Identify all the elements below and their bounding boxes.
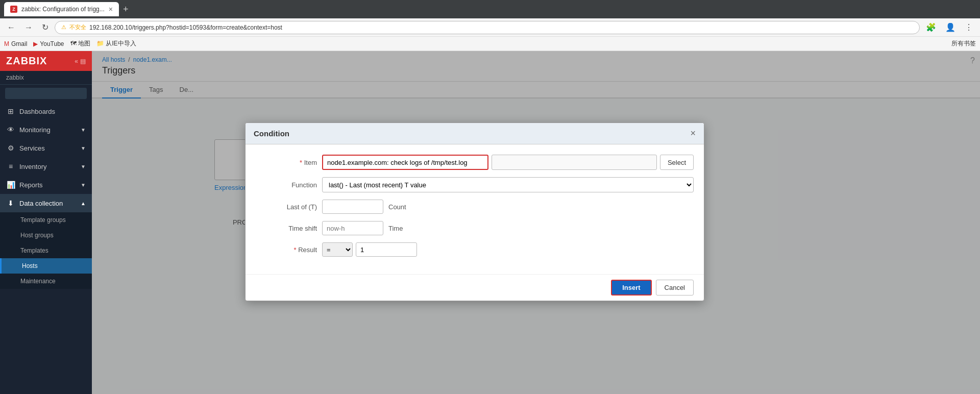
- dashboards-icon: ⊞: [6, 107, 15, 115]
- function-select[interactable]: last() - Last (most recent) T value avg(…: [322, 177, 694, 192]
- time-shift-label: Time shift: [256, 225, 317, 232]
- sidebar: ZABBIX « ▤ zabbix ⊞ Dashboards 👁 Monitor…: [0, 51, 92, 394]
- sidebar-item-template-groups[interactable]: Template groups: [0, 212, 92, 228]
- data-collection-icon: ⬇: [6, 199, 15, 207]
- sidebar-logo: ZABBIX « ▤: [0, 51, 92, 71]
- sidebar-nav: ⊞ Dashboards 👁 Monitoring ▼ ⚙ Services ▼…: [0, 102, 92, 394]
- address-prefix: 不安全: [69, 23, 86, 31]
- logo-text: ZABBIX: [6, 55, 47, 67]
- monitoring-icon: 👁: [6, 126, 15, 134]
- last-of-t-input[interactable]: [322, 200, 383, 214]
- sidebar-item-label: Data collection: [19, 200, 63, 207]
- gmail-icon: M: [4, 40, 9, 47]
- modal-footer: Insert Cancel: [246, 274, 704, 301]
- back-btn[interactable]: ←: [4, 22, 18, 33]
- sidebar-item-label: Reports: [19, 181, 43, 189]
- reports-icon: 📊: [6, 181, 15, 189]
- modal-header: Condition ×: [246, 123, 704, 144]
- forward-btn[interactable]: →: [21, 22, 36, 33]
- security-icon: ⚠: [61, 24, 66, 31]
- result-value-input[interactable]: [356, 242, 417, 257]
- time-shift-input[interactable]: [322, 221, 383, 235]
- browser-toolbar: ← → ↻ ⚠ 不安全 192.168.200.10/triggers.php?…: [0, 18, 980, 37]
- sidebar-search-wrap: [0, 85, 92, 102]
- sidebar-item-label: Services: [19, 144, 45, 152]
- modal-close-btn[interactable]: ×: [690, 128, 696, 139]
- condition-modal: Condition × Item Select Function: [245, 122, 704, 301]
- function-row: Function last() - Last (most recent) T v…: [256, 177, 694, 192]
- sidebar-item-label: Dashboards: [19, 108, 55, 115]
- chevron-down-icon: ▼: [81, 127, 86, 133]
- services-icon: ⚙: [6, 144, 15, 152]
- sidebar-item-hosts[interactable]: Hosts: [0, 258, 92, 274]
- extensions-btn[interactable]: 🧩: [923, 21, 939, 33]
- result-row: Result = <> > >= < <=: [256, 242, 694, 257]
- sidebar-item-host-groups[interactable]: Host groups: [0, 228, 92, 243]
- tab-title: zabbix: Configuration of trigg...: [21, 6, 105, 13]
- sidebar-item-services[interactable]: ⚙ Services ▼: [0, 139, 92, 157]
- refresh-btn[interactable]: ↻: [39, 21, 52, 33]
- function-label: Function: [256, 181, 317, 189]
- sidebar-item-label: Inventory: [19, 163, 46, 170]
- browser-tab[interactable]: Z zabbix: Configuration of trigg... ×: [4, 2, 119, 16]
- collapse-icon: «: [75, 58, 78, 65]
- last-of-t-row: Last of (T) Count: [256, 200, 694, 214]
- time-shift-row: Time shift Time: [256, 221, 694, 235]
- tab-close-btn[interactable]: ×: [109, 5, 113, 13]
- sidebar-item-monitoring[interactable]: 👁 Monitoring ▼: [0, 120, 92, 139]
- inventory-icon: ≡: [6, 162, 15, 170]
- address-text: 192.168.200.10/triggers.php?hostid=10593…: [89, 24, 282, 31]
- sidebar-collapse-btn[interactable]: « ▤: [75, 58, 86, 65]
- menu-icon: ▤: [80, 58, 86, 65]
- bookmark-youtube[interactable]: ▶ YouTube: [33, 40, 64, 47]
- result-label: Result: [256, 246, 317, 254]
- app-layout: ZABBIX « ▤ zabbix ⊞ Dashboards 👁 Monitor…: [0, 51, 980, 394]
- bookmark-maps[interactable]: 🗺 地图: [70, 39, 90, 48]
- item-hidden-input[interactable]: [492, 155, 657, 170]
- chevron-down-icon: ▲: [81, 201, 86, 206]
- youtube-icon: ▶: [33, 40, 38, 47]
- item-label: Item: [256, 159, 317, 166]
- chevron-down-icon: ▼: [81, 145, 86, 151]
- last-of-t-label: Last of (T): [256, 203, 317, 211]
- sidebar-item-label: Monitoring: [19, 126, 51, 134]
- tab-favicon: Z: [10, 6, 17, 13]
- bookmark-ie-import[interactable]: 📁 从IE中导入: [96, 39, 136, 48]
- main-content: All hosts / node1.exam... Triggers Trigg…: [92, 51, 980, 394]
- profile-btn[interactable]: 👤: [942, 21, 959, 33]
- sidebar-item-reports[interactable]: 📊 Reports ▼: [0, 176, 92, 194]
- result-wrap: = <> > >= < <=: [322, 242, 417, 257]
- bookmark-gmail[interactable]: M Gmail: [4, 40, 27, 47]
- sidebar-item-data-collection[interactable]: ⬇ Data collection ▲: [0, 194, 92, 212]
- more-btn[interactable]: ⋮: [962, 21, 976, 33]
- count-unit: Count: [388, 203, 406, 211]
- item-input-wrap: Select: [322, 155, 694, 170]
- sidebar-item-templates[interactable]: Templates: [0, 243, 92, 258]
- sidebar-item-maintenance[interactable]: Maintenance: [0, 274, 92, 289]
- sidebar-submenu: Template groups Host groups Templates Ho…: [0, 212, 92, 289]
- result-operator-select[interactable]: = <> > >= < <=: [322, 242, 353, 257]
- insert-btn[interactable]: Insert: [611, 280, 651, 296]
- bookmarks-bar: M Gmail ▶ YouTube 🗺 地图 📁 从IE中导入 所有书签: [0, 37, 980, 51]
- sidebar-item-inventory[interactable]: ≡ Inventory ▼: [0, 157, 92, 176]
- cancel-btn[interactable]: Cancel: [656, 280, 694, 296]
- chevron-down-icon: ▼: [81, 182, 86, 188]
- item-row: Item Select: [256, 155, 694, 170]
- modal-title: Condition: [254, 129, 289, 138]
- item-input[interactable]: [322, 155, 488, 170]
- sidebar-search-input[interactable]: [5, 88, 87, 99]
- address-bar[interactable]: ⚠ 不安全 192.168.200.10/triggers.php?hostid…: [55, 21, 920, 34]
- sidebar-user: zabbix: [0, 71, 92, 85]
- sidebar-item-dashboards[interactable]: ⊞ Dashboards: [0, 102, 92, 120]
- all-bookmarks[interactable]: 所有书签: [951, 39, 976, 48]
- select-btn[interactable]: Select: [660, 155, 694, 170]
- modal-body: Item Select Function last() - Last (most…: [246, 144, 704, 274]
- time-unit: Time: [388, 225, 403, 232]
- new-tab-btn[interactable]: +: [123, 4, 129, 15]
- browser-chrome: Z zabbix: Configuration of trigg... × +: [0, 0, 980, 18]
- chevron-down-icon: ▼: [81, 164, 86, 169]
